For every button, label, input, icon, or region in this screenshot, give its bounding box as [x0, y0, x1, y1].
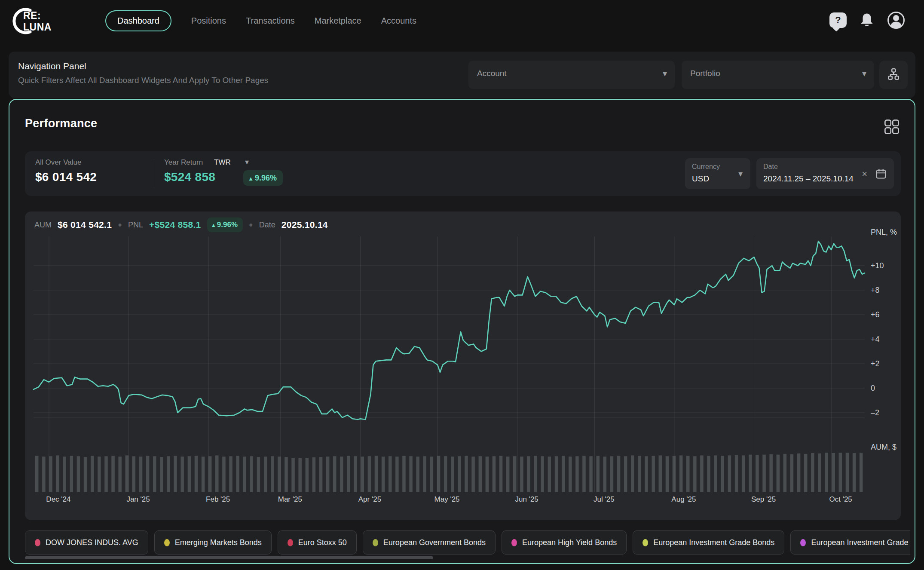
legend-dot-icon	[373, 539, 378, 546]
aum-bar	[742, 455, 745, 492]
aum-bar	[423, 456, 427, 492]
x-axis-label: Apr '25	[358, 495, 381, 504]
pnl-tick-label: +8	[871, 286, 880, 295]
chevron-down-icon: ▾	[738, 169, 743, 179]
portfolio-select-placeholder: Portfolio	[690, 69, 720, 78]
pnl-axis-title: PNL, %	[871, 228, 897, 237]
clear-date-icon[interactable]: ×	[862, 169, 867, 180]
stats-strip: All Over Value $6 014 542 Year Return TW…	[25, 151, 901, 196]
aum-bar	[506, 457, 510, 492]
aum-bar	[582, 456, 586, 492]
aum-bar	[264, 457, 267, 492]
legend-label: European High Yield Bonds	[522, 538, 617, 547]
pnl-tick-label: +2	[871, 359, 880, 368]
widget-grid-icon[interactable]	[884, 119, 900, 135]
aum-axis-title: AUM, $	[871, 443, 896, 452]
brand-text: RE: LUNA	[23, 10, 52, 33]
aum-bar	[486, 457, 489, 492]
nav-item-transactions[interactable]: Transactions	[246, 11, 295, 31]
aum-bar	[548, 457, 551, 492]
calendar-icon[interactable]	[875, 168, 887, 180]
aum-bar	[597, 456, 600, 492]
aum-bar	[562, 456, 565, 492]
hierarchy-view-button[interactable]	[879, 61, 908, 89]
x-axis-label: Jun '25	[515, 495, 538, 504]
aum-bar	[430, 457, 434, 492]
legend-chip[interactable]: Euro Stoxx 50	[278, 530, 357, 555]
aum-bar	[797, 454, 801, 492]
legend-dot-icon	[800, 539, 806, 546]
aum-bar	[832, 453, 835, 492]
profile-avatar-icon[interactable]	[887, 11, 905, 29]
aum-bar	[340, 457, 343, 492]
year-return-value: $524 858	[164, 170, 215, 184]
year-return-mode-select[interactable]: TWR	[214, 158, 231, 167]
aum-bar	[541, 456, 545, 492]
legend-dot-icon	[643, 539, 648, 546]
chart-legend: DOW JONES INDUS. AVGEmerging Markets Bon…	[25, 530, 910, 555]
nav-item-accounts[interactable]: Accounts	[381, 11, 416, 31]
pnl-tick-label: 0	[871, 384, 875, 393]
brand-line2: LUNA	[23, 21, 52, 33]
aum-bar	[125, 455, 129, 492]
x-axis-label: Feb '25	[206, 495, 230, 504]
legend-label: Emerging Markets Bonds	[175, 538, 262, 547]
chevron-down-icon[interactable]: ▾	[245, 157, 249, 167]
nav-item-positions[interactable]: Positions	[191, 11, 226, 31]
aum-bar	[354, 456, 357, 492]
aum-bar	[652, 456, 655, 492]
aum-bar	[285, 457, 288, 492]
aum-bar	[804, 454, 808, 492]
divider	[154, 161, 154, 187]
aum-bar	[534, 456, 537, 492]
aum-bar	[409, 456, 413, 492]
aum-bar	[63, 457, 67, 492]
legend-chip[interactable]: Emerging Markets Bonds	[154, 530, 272, 555]
pnl-line-series	[34, 241, 865, 420]
aum-bar	[208, 456, 212, 492]
aum-bar	[589, 456, 593, 492]
aum-bar	[104, 456, 108, 492]
aum-bar	[333, 456, 337, 492]
legend-scrollbar[interactable]	[25, 556, 433, 559]
aum-bar	[236, 456, 239, 492]
aum-bar	[527, 456, 530, 492]
chart-canvas[interactable]	[25, 211, 901, 520]
help-icon[interactable]: ?	[829, 12, 847, 28]
aum-bar	[617, 456, 621, 492]
aum-bar	[402, 456, 406, 492]
legend-chip[interactable]: European High Yield Bonds	[502, 530, 627, 555]
legend-chip[interactable]: DOW JONES INDUS. AVG	[25, 530, 148, 555]
aum-bar	[437, 456, 441, 492]
x-axis-label: May '25	[434, 495, 460, 504]
date-range-picker[interactable]: Date 2024.11.25 – 2025.10.14 ×	[756, 158, 894, 189]
portfolio-select[interactable]: Portfolio ▾	[682, 61, 874, 89]
bell-icon[interactable]	[859, 12, 875, 29]
legend-chip[interactable]: European Investment Grade Bonds	[633, 530, 784, 555]
aum-bar	[70, 456, 73, 492]
performance-widget: Performance All Over Value $6 014 542 Ye…	[9, 99, 915, 564]
brand-logo[interactable]: RE: LUNA	[8, 6, 72, 37]
aum-bar	[291, 458, 295, 492]
nav-item-marketplace[interactable]: Marketplace	[315, 11, 361, 31]
aum-bar	[825, 453, 828, 492]
account-select[interactable]: Account ▾	[468, 61, 675, 89]
legend-dot-icon	[35, 539, 40, 546]
currency-label: Currency	[692, 163, 720, 171]
aum-bar	[555, 456, 558, 492]
top-bar: RE: LUNA DashboardPositionsTransactionsM…	[0, 0, 924, 43]
aum-bar	[389, 456, 392, 492]
nav-item-dashboard[interactable]: Dashboard	[105, 10, 171, 31]
date-range-value: 2024.11.25 – 2025.10.14	[763, 174, 854, 184]
aum-bar	[278, 457, 281, 492]
legend-chip[interactable]: European Government Bonds	[363, 530, 496, 555]
aum-bar	[319, 457, 323, 492]
legend-chip[interactable]: European Investment Grade Bonds	[790, 530, 910, 555]
aum-bar	[479, 456, 482, 492]
legend-label: European Investment Grade Bonds	[653, 538, 774, 547]
navigation-panel-subtitle: Quick Filters Affect All Dashboard Widge…	[18, 76, 268, 85]
aum-bar	[735, 455, 738, 493]
aum-bar	[416, 457, 419, 492]
currency-select[interactable]: Currency USD ▾	[685, 158, 750, 189]
aum-bar	[693, 456, 697, 492]
